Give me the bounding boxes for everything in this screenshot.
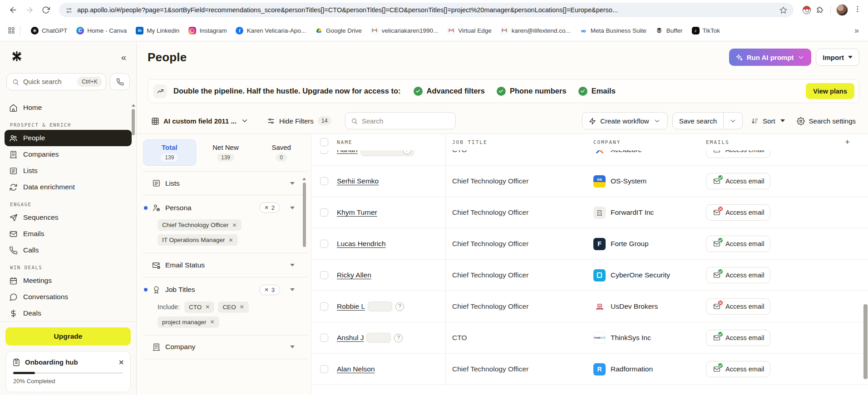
company-name[interactable]: CyberOne Security bbox=[611, 271, 670, 279]
reload-button[interactable] bbox=[39, 3, 53, 17]
bookmarks-overflow-icon[interactable]: » bbox=[853, 26, 861, 35]
site-info-icon[interactable] bbox=[65, 6, 73, 14]
remove-chip-icon[interactable]: ✕ bbox=[205, 304, 210, 310]
column-header-emails[interactable]: EMAILS bbox=[706, 139, 845, 145]
table-row[interactable]: Lucas HendrichChief Technology OfficerFF… bbox=[311, 228, 868, 260]
table-row[interactable]: Khym TurnerChief Technology OfficerForwa… bbox=[311, 197, 868, 228]
company-name[interactable]: OS-System bbox=[611, 177, 646, 185]
bookmark-item[interactable]: inMy Linkedin bbox=[132, 25, 183, 37]
person-name-link[interactable]: Robbie L bbox=[337, 302, 365, 311]
row-checkbox[interactable] bbox=[320, 150, 328, 154]
sidebar-item-companies[interactable]: Companies bbox=[5, 146, 132, 163]
hidden-name-help-icon[interactable]: ? bbox=[403, 150, 411, 154]
remove-chip-icon[interactable]: ✕ bbox=[210, 319, 215, 325]
field-selector-dropdown[interactable]: AI custom field 2011 ... bbox=[148, 114, 252, 128]
import-button[interactable]: Import bbox=[816, 49, 859, 66]
access-email-button[interactable]: Access email bbox=[706, 236, 770, 252]
person-name-link[interactable]: Khym Turner bbox=[337, 208, 377, 217]
save-search-dropdown[interactable] bbox=[724, 112, 743, 129]
hidden-name-help-icon[interactable]: ? bbox=[395, 302, 404, 311]
filter-chip[interactable]: project manager✕ bbox=[158, 316, 219, 328]
save-search-button[interactable]: Save search bbox=[672, 112, 724, 129]
row-checkbox[interactable] bbox=[320, 302, 328, 311]
filter-section-header[interactable]: Persona✕2 bbox=[144, 202, 295, 213]
remove-chip-icon[interactable]: ✕ bbox=[240, 304, 244, 310]
filter-section-header[interactable]: Job Titles✕3 bbox=[144, 285, 295, 295]
collapse-sidebar-button[interactable]: « bbox=[121, 53, 126, 62]
quick-search-input[interactable]: Quick search Ctrl+K bbox=[6, 73, 106, 90]
person-name-link[interactable]: Alan Nelson bbox=[337, 365, 375, 373]
bookmark-item[interactable]: velicariakaren1990... bbox=[367, 25, 443, 37]
filters-scrollbar[interactable] bbox=[302, 178, 306, 247]
profile-avatar[interactable] bbox=[836, 4, 848, 16]
filter-chip[interactable]: Chief Technology Officer✕ bbox=[158, 219, 242, 231]
column-header-name[interactable]: NAME bbox=[337, 134, 446, 150]
access-email-button[interactable]: Access email bbox=[706, 298, 770, 315]
sidebar-item-people[interactable]: People bbox=[5, 130, 132, 146]
access-email-button[interactable]: Access email bbox=[706, 150, 770, 158]
add-column-button[interactable]: + bbox=[845, 137, 850, 147]
create-workflow-button[interactable]: Create workflow bbox=[582, 112, 668, 129]
row-checkbox[interactable] bbox=[320, 240, 328, 248]
sidebar-item-deals[interactable]: Deals bbox=[5, 305, 132, 321]
bookmark-item[interactable]: karen@ilifextend.co... bbox=[497, 25, 575, 37]
filter-section-header[interactable]: Company bbox=[144, 343, 295, 351]
bookmark-item[interactable]: Buffer bbox=[651, 25, 687, 37]
table-row[interactable]: Robbie L?Chief Technology OfficerUsDev B… bbox=[311, 291, 868, 322]
person-name-link[interactable]: Lucas Hendrich bbox=[337, 240, 386, 248]
search-input[interactable] bbox=[362, 117, 452, 125]
hidden-name-help-icon[interactable]: ? bbox=[394, 334, 403, 342]
row-checkbox[interactable] bbox=[320, 271, 328, 279]
hide-filters-button[interactable]: Hide Filters 14 bbox=[263, 114, 335, 128]
row-checkbox[interactable] bbox=[320, 208, 328, 217]
access-email-button[interactable]: Access email bbox=[706, 330, 770, 346]
remove-chip-icon[interactable]: ✕ bbox=[229, 237, 233, 243]
chevron-down-icon[interactable] bbox=[290, 346, 295, 348]
filter-chip[interactable]: IT Operations Manager✕ bbox=[158, 234, 238, 246]
view-plans-button[interactable]: View plans bbox=[806, 83, 854, 99]
sidebar-item-data-enrichment[interactable]: Data enrichment bbox=[5, 179, 132, 195]
table-row[interactable]: Serhii SemkoChief Technology OfficerosOS… bbox=[311, 166, 868, 197]
back-button[interactable] bbox=[6, 3, 20, 17]
person-name-link[interactable]: Anshul J bbox=[337, 334, 364, 342]
bookmark-item[interactable]: ChatGPT bbox=[27, 25, 71, 37]
sidebar-scrollbar[interactable] bbox=[131, 104, 135, 135]
column-header-company[interactable]: COMPANY bbox=[593, 139, 706, 145]
row-checkbox[interactable] bbox=[320, 365, 328, 373]
close-icon[interactable]: ✕ bbox=[118, 359, 124, 366]
extension-icon[interactable] bbox=[803, 6, 811, 14]
dialer-button[interactable] bbox=[110, 73, 130, 90]
column-header-job-title[interactable]: JOB TITLE bbox=[446, 139, 593, 145]
row-checkbox[interactable] bbox=[320, 334, 328, 342]
table-row[interactable]: Anshul J?CTOTHINKSYSThinkSys IncAccess e… bbox=[311, 322, 868, 354]
filter-chip[interactable]: CEO✕ bbox=[218, 301, 248, 313]
company-name[interactable]: ThinkSys Inc bbox=[611, 334, 651, 342]
access-email-button[interactable]: Access email bbox=[706, 204, 770, 221]
table-row[interactable]: Ricky AllenChief Technology OfficerCyber… bbox=[311, 260, 868, 291]
access-email-button[interactable]: Access email bbox=[706, 267, 770, 283]
bookmark-item[interactable]: ∞Meta Business Suite bbox=[576, 25, 651, 37]
apollo-logo-icon[interactable] bbox=[11, 50, 23, 64]
sidebar-item-conversations[interactable]: Conversations bbox=[5, 289, 132, 305]
chevron-down-icon[interactable] bbox=[290, 207, 295, 209]
table-scrollbar[interactable] bbox=[863, 134, 868, 395]
bookmark-item[interactable]: Virtual Edge bbox=[443, 25, 495, 37]
person-name-link[interactable]: Ricky Allen bbox=[337, 271, 371, 279]
bookmark-star-icon[interactable] bbox=[779, 6, 787, 14]
sidebar-item-emails[interactable]: Emails bbox=[5, 226, 132, 242]
person-name-link[interactable]: Hanan bbox=[337, 150, 358, 154]
access-email-button[interactable]: Access email bbox=[706, 173, 770, 189]
company-name[interactable]: ForwardIT Inc bbox=[611, 208, 654, 217]
access-email-button[interactable]: Access email bbox=[706, 361, 770, 377]
browser-menu-icon[interactable] bbox=[853, 5, 862, 15]
bookmark-item[interactable]: ♪TikTok bbox=[688, 25, 725, 37]
sidebar-item-calls[interactable]: Calls bbox=[5, 242, 132, 258]
clear-filter-button[interactable]: ✕2 bbox=[259, 202, 280, 213]
bookmark-item[interactable]: Google Drive bbox=[311, 25, 366, 37]
results-tab-saved[interactable]: Saved0 bbox=[255, 139, 307, 166]
run-ai-prompt-button[interactable]: Run AI prompt bbox=[729, 49, 812, 66]
upgrade-button[interactable]: Upgrade bbox=[5, 327, 131, 346]
remove-chip-icon[interactable]: ✕ bbox=[232, 222, 237, 228]
filter-chip[interactable]: CTO✕ bbox=[184, 301, 214, 313]
clear-filter-button[interactable]: ✕3 bbox=[259, 285, 280, 295]
